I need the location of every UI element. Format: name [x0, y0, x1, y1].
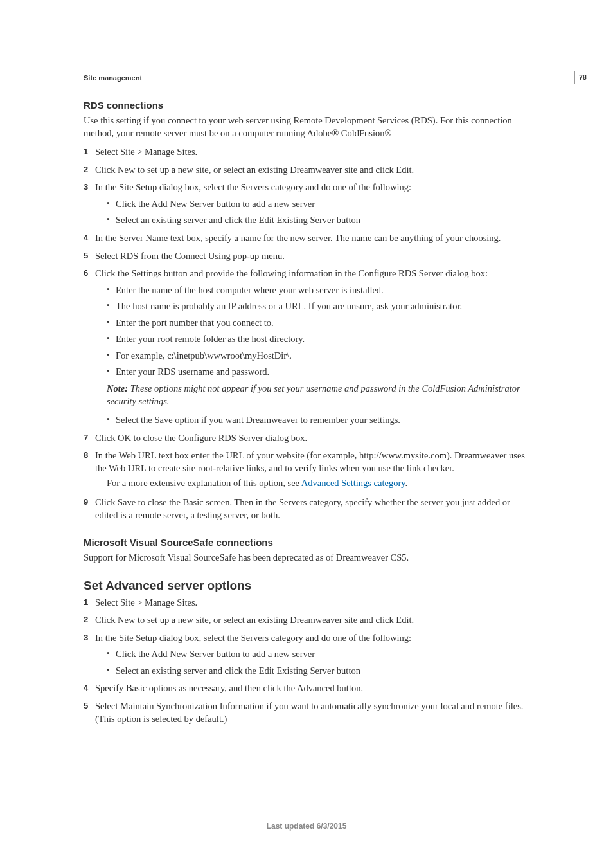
list-item: Click the Add New Server button to add a… — [107, 198, 529, 211]
rds-steps-list: 1Select Site > Manage Sites. 2Click New … — [84, 146, 529, 521]
step-extra: For a more extensive explanation of this… — [107, 477, 529, 490]
list-item: 2Click New to set up a new site, or sele… — [84, 164, 529, 177]
list-item: Select an existing server and click the … — [107, 665, 529, 678]
list-item: 7Click OK to close the Configure RDS Ser… — [84, 432, 529, 445]
list-item: 5Select Maintain Synchronization Informa… — [84, 700, 529, 725]
list-item: Enter your root remote folder as the hos… — [107, 333, 529, 346]
list-item: 4In the Server Name text box, specify a … — [84, 232, 529, 245]
list-item: 4Specify Basic options as necessary, and… — [84, 682, 529, 695]
sub-bullets: Click the Add New Server button to add a… — [107, 198, 529, 227]
list-item: Click the Add New Server button to add a… — [107, 648, 529, 661]
page-container: 78 Site management RDS connections Use t… — [0, 0, 613, 868]
step-text: In the Server Name text box, specify a n… — [95, 233, 501, 243]
list-item: 2Click New to set up a new site, or sele… — [84, 614, 529, 627]
sub-bullets: Select the Save option if you want Dream… — [107, 414, 529, 427]
list-item: Select the Save option if you want Dream… — [107, 414, 529, 427]
list-item: 3In the Site Setup dialog box, select th… — [84, 632, 529, 678]
paragraph-rds-intro: Use this setting if you connect to your … — [84, 114, 529, 140]
step-text: Click New to set up a new site, or selec… — [95, 165, 414, 175]
step-text: Click the Settings button and provide th… — [95, 268, 488, 278]
list-item: 1Select Site > Manage Sites. — [84, 597, 529, 610]
step-text: Click Save to close the Basic screen. Th… — [95, 497, 510, 520]
heading-set-advanced-server-options: Set Advanced server options — [84, 579, 529, 593]
heading-vss-connections: Microsoft Visual SourceSafe connections — [84, 537, 529, 548]
list-item: 5Select RDS from the Connect Using pop-u… — [84, 250, 529, 263]
sub-bullets: Click the Add New Server button to add a… — [107, 648, 529, 677]
note-label: Note: — [107, 383, 130, 393]
step-text: Click OK to close the Configure RDS Serv… — [95, 433, 307, 443]
step-text: In the Site Setup dialog box, select the… — [95, 182, 411, 192]
list-item: 3In the Site Setup dialog box, select th… — [84, 181, 529, 227]
list-item: 8In the Web URL text box enter the URL o… — [84, 449, 529, 490]
text-fragment: . — [405, 478, 408, 488]
link-advanced-settings-category[interactable]: Advanced Settings category — [301, 478, 405, 488]
step-text: Select Site > Manage Sites. — [95, 147, 197, 157]
list-item: Enter the name of the host computer wher… — [107, 284, 529, 297]
step-text: In the Site Setup dialog box, select the… — [95, 633, 411, 643]
sub-bullets: Enter the name of the host computer wher… — [107, 284, 529, 379]
step-text: In the Web URL text box enter the URL of… — [95, 450, 525, 473]
list-item: 9Click Save to close the Basic screen. T… — [84, 496, 529, 521]
step-text: Select RDS from the Connect Using pop-up… — [95, 251, 285, 261]
page-footer-date: Last updated 6/3/2015 — [0, 822, 613, 831]
list-item: 6Click the Settings button and provide t… — [84, 267, 529, 427]
note-body: These options might not appear if you se… — [107, 383, 520, 406]
step-text: Select Maintain Synchronization Informat… — [95, 701, 523, 724]
list-item: The host name is probably an IP address … — [107, 300, 529, 313]
heading-rds-connections: RDS connections — [84, 100, 529, 111]
text-fragment: For a more extensive explanation of this… — [107, 478, 301, 488]
step-text: Select Site > Manage Sites. — [95, 597, 197, 608]
list-item: For example, c:\inetpub\wwwroot\myHostDi… — [107, 350, 529, 363]
adv-steps-list: 1Select Site > Manage Sites. 2Click New … — [84, 597, 529, 726]
running-header: Site management — [84, 74, 529, 82]
list-item: Enter your RDS username and password. — [107, 366, 529, 379]
list-item: Select an existing server and click the … — [107, 214, 529, 227]
step-text: Click New to set up a new site, or selec… — [95, 615, 414, 625]
step-text: Specify Basic options as necessary, and … — [95, 683, 363, 693]
paragraph-vss-body: Support for Microsoft Visual SourceSafe … — [84, 552, 529, 565]
note-block: Note: These options might not appear if … — [107, 383, 529, 408]
page-number: 78 — [574, 71, 591, 84]
list-item: 1Select Site > Manage Sites. — [84, 146, 529, 159]
list-item: Enter the port number that you connect t… — [107, 317, 529, 330]
